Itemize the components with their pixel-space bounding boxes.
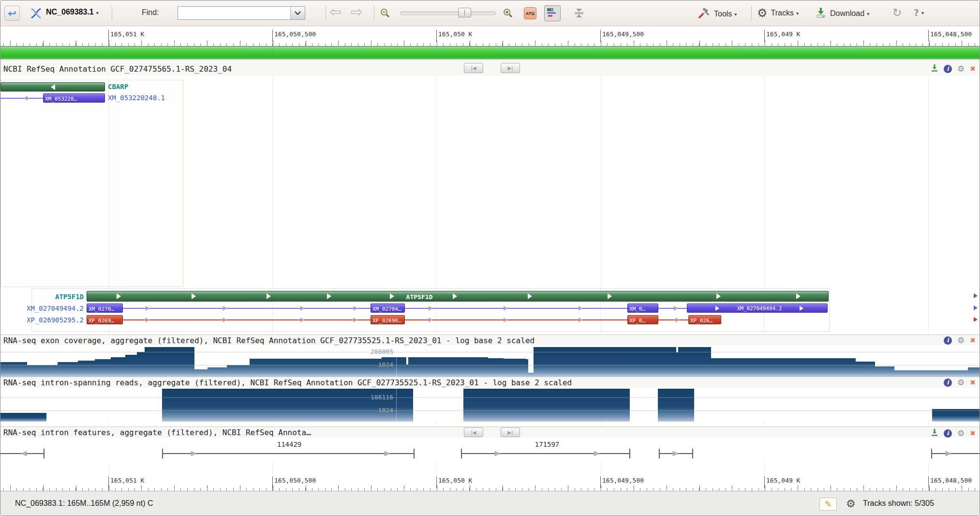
help-icon: ? — [914, 7, 919, 18]
intron-features-track-header: RNA-seq intron features, aggregate (filt… — [0, 426, 980, 438]
pan-right-button[interactable]: ⇨ — [351, 3, 363, 20]
track-settings-icon[interactable]: ⚙ — [957, 336, 965, 345]
zoom-slider-handle[interactable] — [458, 8, 471, 17]
intron-feature[interactable] — [659, 449, 693, 458]
track-display-mode-button[interactable] — [544, 5, 561, 21]
chevron-down-icon — [295, 9, 301, 15]
pager-last-button[interactable]: ▶| — [501, 427, 520, 437]
track-layout-icon — [547, 7, 558, 20]
intron-feature[interactable] — [0, 449, 44, 458]
tracks-label: Tracks — [771, 9, 794, 17]
exon-box[interactable]: XM_02704… — [371, 304, 405, 313]
annotation-track-panel[interactable]: CBARPXM_053220248.1ATP5F1DXM_027049494.2… — [0, 76, 980, 334]
intron-arrow-icon — [300, 306, 304, 311]
intron-arrow-icon — [579, 318, 582, 322]
intron-feature[interactable]: 171597 — [461, 440, 630, 458]
track-info-icon[interactable]: i — [944, 65, 952, 73]
offscreen-gene-arrow-icon — [974, 293, 978, 298]
track-info-icon[interactable]: i — [944, 379, 952, 387]
intron-arrow-icon — [429, 318, 432, 322]
intron-feature[interactable]: 114429 — [163, 440, 414, 458]
track-close-icon[interactable]: ✖ — [970, 336, 976, 345]
back-button[interactable]: ↩ — [4, 6, 20, 21]
intron-arrow-icon — [300, 318, 304, 322]
sequence-bar[interactable] — [0, 46, 980, 59]
gene-label[interactable]: ATP5F1D — [55, 292, 84, 302]
help-menu[interactable]: ? ▾ — [914, 7, 924, 18]
intron-spanning-graph[interactable]: 1861161024 — [0, 388, 980, 422]
intron-span-block[interactable] — [463, 389, 630, 422]
refresh-icon[interactable]: ↻ — [892, 6, 902, 19]
gene-name-inline: ATP5F1D — [406, 293, 433, 301]
find-input[interactable] — [178, 7, 290, 19]
find-dropdown-button[interactable] — [290, 7, 305, 19]
track-download-icon[interactable] — [931, 428, 938, 438]
gene-label[interactable]: XM_053220248.1 — [108, 93, 165, 103]
value-grid-line — [0, 410, 980, 411]
tracks-settings-icon[interactable]: ⚙ — [846, 498, 856, 510]
intron-arrow-icon — [354, 306, 357, 311]
track-info-icon[interactable]: i — [944, 336, 952, 345]
pager-first-button[interactable]: |◀ — [464, 427, 483, 437]
intron-direction-arrow-icon — [385, 451, 390, 456]
exon-box[interactable]: XP_026… — [688, 315, 721, 324]
track-settings-icon[interactable]: ⚙ — [957, 379, 965, 387]
download-label: Download — [830, 9, 864, 18]
intron-read-count-label: 171597 — [535, 440, 560, 448]
exon-box[interactable]: XP_02690… — [371, 315, 405, 324]
track-settings-icon[interactable]: ⚙ — [957, 65, 965, 73]
exon-box[interactable]: XM_0… — [627, 304, 658, 313]
gear-icon: ⚙ — [757, 6, 768, 20]
pager-first-button[interactable]: |◀ — [464, 63, 483, 73]
download-menu[interactable]: Download ▾ — [815, 7, 869, 20]
download-icon — [815, 7, 827, 20]
zoom-slider[interactable] — [400, 12, 496, 15]
exon-box[interactable]: XM_053220… — [43, 93, 105, 103]
intron-feature[interactable] — [932, 449, 980, 458]
offscreen-gene-arrow-icon — [974, 317, 978, 322]
find-label: Find: — [142, 8, 159, 17]
sequence-selector[interactable]: NC_069383.1▾ — [46, 8, 99, 16]
intron-arrow-icon — [676, 318, 680, 322]
strand-arrow-icon — [51, 84, 55, 90]
intron-arrow-icon — [146, 306, 149, 311]
chevron-down-icon: ▾ — [96, 10, 99, 15]
zoom-in-icon[interactable] — [503, 8, 513, 20]
intron-direction-arrow-icon — [946, 451, 951, 456]
toolbar-separator — [326, 6, 326, 20]
back-icon: ↩ — [8, 8, 16, 19]
exon-coverage-graph[interactable]: 2860051024 — [0, 345, 980, 377]
track-header-icons: i ⚙ ✖ — [931, 428, 976, 438]
track-close-icon[interactable]: ✖ — [970, 429, 976, 438]
pan-left-button[interactable]: ⇦ — [329, 3, 342, 20]
edit-markers-button[interactable]: ✎ — [819, 498, 837, 511]
exon-box[interactable]: XM_0270… — [87, 304, 123, 313]
track-close-icon[interactable]: ✖ — [970, 65, 976, 73]
exon-box[interactable]: XM_027049494.2 — [687, 304, 828, 313]
value-label: 1024 — [378, 407, 393, 414]
intron-arrow-icon — [429, 306, 432, 311]
gene-label[interactable]: CBARP — [108, 82, 128, 91]
intron-arrow-icon — [354, 318, 357, 322]
intron-features-panel[interactable]: 114429171597 — [0, 438, 980, 463]
intron-span-block[interactable] — [0, 413, 46, 422]
exon-box[interactable]: XP_0… — [627, 315, 658, 324]
intron-arrow-icon — [579, 306, 582, 311]
gene-label[interactable]: XP_026905295.2 — [27, 316, 84, 325]
track-settings-icon[interactable]: ⚙ — [957, 429, 965, 438]
atg-codon-toggle-button[interactable]: ATG — [524, 7, 536, 19]
track-info-icon[interactable]: i — [944, 429, 952, 438]
collapse-all-tracks-icon[interactable] — [573, 7, 585, 21]
intron-span-block[interactable] — [658, 389, 694, 422]
zoom-out-icon[interactable] — [380, 8, 390, 20]
gene-label[interactable]: XM_027049494.2 — [27, 304, 84, 313]
ruler-bottom[interactable]: 165,051 K165,050,500165,050 K165,049,500… — [0, 463, 980, 491]
track-close-icon[interactable]: ✖ — [970, 379, 976, 387]
intron-direction-arrow-icon — [21, 451, 27, 456]
tools-menu[interactable]: Tools ▾ — [697, 7, 737, 21]
ruler-top[interactable]: 165,051 K165,050,500165,050 K165,049,500… — [0, 26, 980, 46]
track-download-icon[interactable] — [931, 64, 938, 74]
pager-last-button[interactable]: ▶| — [501, 63, 520, 73]
exon-box[interactable]: XP_0269… — [87, 315, 123, 324]
tracks-menu[interactable]: ⚙ Tracks ▾ — [757, 6, 799, 20]
